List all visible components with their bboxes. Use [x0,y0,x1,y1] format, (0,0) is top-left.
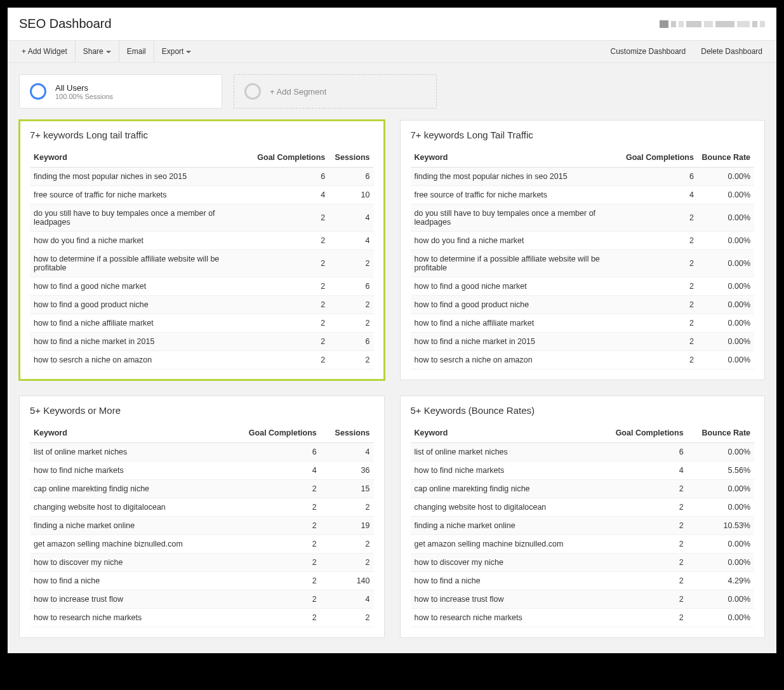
value-cell: 15 [321,480,374,498]
value-cell: 2 [226,480,321,498]
column-header[interactable]: Keyword [30,423,226,443]
value-cell: 2 [226,609,321,627]
table-row[interactable]: do you still have to buy tempales once a… [30,204,374,232]
table-row[interactable]: how to find niche markets436 [30,461,374,480]
date-range-placeholder[interactable] [660,20,765,28]
table-row[interactable]: list of online market niches60.00% [411,443,755,461]
table-row[interactable]: do you still have to buy tempales once a… [411,204,755,232]
add-segment-label: + Add Segment [270,87,326,96]
table-row[interactable]: how to find a niche affiliate market20.0… [411,314,755,333]
column-header[interactable]: Bounce Rate [698,148,754,168]
value-cell: 2 [249,250,329,277]
table-row[interactable]: changing website host to digitalocean20.… [411,498,755,517]
widget: 7+ keywords Long Tail TrafficKeywordGoal… [400,120,766,380]
column-header[interactable]: Bounce Rate [688,423,754,443]
keyword-cell: finding the most popular niches in seo 2… [411,168,622,186]
table-row[interactable]: how to find a niche24.29% [411,572,755,590]
keyword-cell: finding a niche market online [30,517,226,535]
value-cell: 2 [321,535,374,554]
value-cell: 2 [597,609,688,627]
keyword-cell: finding the most popular niches in seo 2… [30,168,249,186]
table-row[interactable]: get amazon selling machine biznulled.com… [411,535,755,554]
value-cell: 2 [597,535,688,554]
keyword-cell: do you still have to buy tempales once a… [411,204,622,232]
email-button[interactable]: Email [119,41,154,62]
value-cell: 2 [597,517,688,535]
value-cell: 4 [597,461,688,480]
table-row[interactable]: how to determine if a possible affiliate… [411,250,755,277]
keyword-cell: cap online marekting findig niche [411,480,597,498]
value-cell: 2 [329,351,373,369]
widget: 7+ keywords Long tail trafficKeywordGoal… [19,120,385,380]
column-header[interactable]: Sessions [321,423,374,443]
add-widget-button[interactable]: + Add Widget [14,41,76,62]
table-row[interactable]: how to increase trust flow24 [30,590,374,609]
table-row[interactable]: how to find a good product niche22 [30,296,374,314]
table-row[interactable]: how to find a niche2140 [30,572,374,590]
column-header[interactable]: Keyword [30,148,249,168]
value-cell: 2 [249,296,329,314]
table-row[interactable]: changing website host to digitalocean22 [30,498,374,517]
column-header[interactable]: Goal Completions [249,148,329,168]
table-row[interactable]: how to find a niche market in 201526 [30,333,374,351]
table-row[interactable]: finding the most popular niches in seo 2… [411,168,755,186]
table-row[interactable]: how to sesrch a niche on amazon20.00% [411,351,755,369]
table-row[interactable]: how do you find a niche market20.00% [411,232,755,250]
table-row[interactable]: how do you find a niche market24 [30,232,374,250]
table-row[interactable]: free source of traffic for niche markets… [411,186,755,204]
table-row[interactable]: cap online marekting findig niche20.00% [411,480,755,498]
keyword-cell: changing website host to digitalocean [411,498,597,517]
table-row[interactable]: how to discover my niche22 [30,554,374,572]
value-cell: 4 [329,204,373,232]
table-row[interactable]: how to find a niche market in 201520.00% [411,333,755,351]
table-row[interactable]: how to find a good niche market26 [30,277,374,296]
table-row[interactable]: how to find niche markets45.56% [411,461,755,480]
column-header[interactable]: Goal Completions [621,148,698,168]
table-row[interactable]: how to research niche markets20.00% [411,609,755,627]
table-row[interactable]: free source of traffic for niche markets… [30,186,374,204]
table-row[interactable]: how to increase trust flow20.00% [411,590,755,609]
column-header[interactable]: Keyword [411,148,622,168]
table-row[interactable]: how to find a good niche market20.00% [411,277,755,296]
table-row[interactable]: finding a niche market online219 [30,517,374,535]
data-table: KeywordGoal CompletionsBounce Ratelist o… [411,423,755,627]
app-root: SEO Dashboard + Add Widget Share Email E… [8,8,776,653]
keyword-cell: how to increase trust flow [30,590,226,609]
keyword-cell: get amazon selling machine biznulled.com [411,535,597,554]
value-cell: 2 [249,277,329,296]
segment-all-users[interactable]: All Users 100.00% Sessions [19,74,222,109]
table-row[interactable]: how to research niche markets22 [30,609,374,627]
value-cell: 2 [621,351,698,369]
value-cell: 2 [226,590,321,609]
value-cell: 0.00% [698,277,754,296]
value-cell: 0.00% [688,590,754,609]
table-row[interactable]: how to find a good product niche20.00% [411,296,755,314]
table-row[interactable]: get amazon selling machine biznulled.com… [30,535,374,554]
value-cell: 2 [621,250,698,277]
value-cell: 2 [597,498,688,517]
table-row[interactable]: how to find a niche affiliate market22 [30,314,374,333]
table-row[interactable]: finding the most popular niches in seo 2… [30,168,374,186]
toolbar: + Add Widget Share Email Export Customiz… [8,41,776,63]
widget: 5+ Keywords (Bounce Rates)KeywordGoal Co… [400,395,766,638]
keyword-cell: how to find a niche [30,572,226,590]
export-menu[interactable]: Export [154,41,199,62]
value-cell: 2 [329,296,373,314]
table-row[interactable]: how to sesrch a niche on amazon22 [30,351,374,369]
value-cell: 2 [621,232,698,250]
customize-dashboard-link[interactable]: Customize Dashboard [603,41,694,62]
column-header[interactable]: Goal Completions [597,423,688,443]
column-header[interactable]: Goal Completions [226,423,321,443]
table-row[interactable]: cap online marekting findig niche215 [30,480,374,498]
table-row[interactable]: how to determine if a possible affiliate… [30,250,374,277]
column-header[interactable]: Sessions [329,148,373,168]
table-row[interactable]: finding a niche market online210.53% [411,517,755,535]
table-row[interactable]: list of online market niches64 [30,443,374,461]
delete-dashboard-link[interactable]: Delete Dashboard [693,41,770,62]
keyword-cell: how to determine if a possible affiliate… [30,250,249,277]
column-header[interactable]: Keyword [411,423,597,443]
add-segment-button[interactable]: + Add Segment [234,74,437,109]
share-menu[interactable]: Share [76,41,119,62]
table-row[interactable]: how to discover my niche20.00% [411,554,755,572]
segment-title: All Users [55,83,113,93]
